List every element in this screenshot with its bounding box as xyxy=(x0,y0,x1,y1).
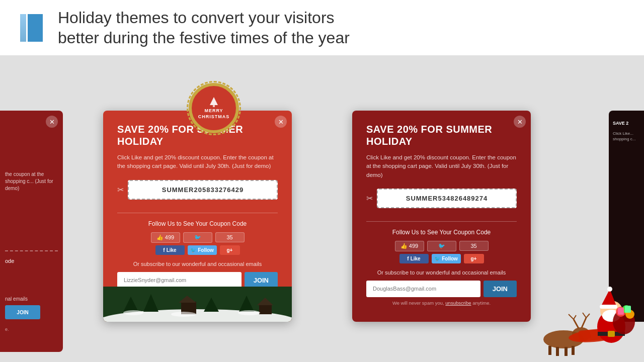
svg-rect-10 xyxy=(259,304,272,314)
r-fb-count: 👍 499 xyxy=(395,241,424,251)
popup-right-desc: Click Like and get 20% discount coupon. … xyxy=(366,153,517,179)
badge-text-merry: MERRY CHRISTMAS xyxy=(198,108,230,120)
svg-line-26 xyxy=(586,314,590,318)
badge-line1: MERRY xyxy=(198,108,230,114)
svg-point-14 xyxy=(238,310,260,315)
gp-count: 35 xyxy=(215,232,245,242)
thumb-icon: 👍 xyxy=(156,234,164,241)
twitter-follow-button[interactable]: 🐦 Follow xyxy=(188,245,217,255)
popup-far-right-content: SAVE 2 Click Like... shopping c... xyxy=(609,111,644,152)
popup-right-coupon-code[interactable]: SUMMER534826489274 xyxy=(377,189,517,208)
xmas-badge-inner: MERRY CHRISTMAS xyxy=(189,83,239,133)
xmas-scene-center xyxy=(103,287,292,322)
svg-rect-1 xyxy=(213,105,215,107)
fb-count-value: 499 xyxy=(165,234,174,240)
partial-join-button[interactable]: JOIN xyxy=(5,305,40,319)
fb-icon: f xyxy=(163,247,165,253)
r-facebook-like-button[interactable]: f Like xyxy=(399,254,429,263)
svg-rect-17 xyxy=(548,346,551,355)
popup-right-title: SAVE 20% FOR SUMMER HOLIDAY xyxy=(366,123,517,147)
svg-line-23 xyxy=(574,315,576,319)
popup-center-social-counts: 👍 499 🐦 35 xyxy=(117,232,278,243)
popup-center-join-button[interactable]: JOIN xyxy=(245,272,278,289)
santa-decoration xyxy=(533,261,644,362)
svg-rect-19 xyxy=(565,347,568,356)
badge-line2: CHRISTMAS xyxy=(198,114,230,120)
santa-svg xyxy=(533,261,644,362)
fb-count: 👍 499 xyxy=(151,232,180,243)
r-twitter-follow-button[interactable]: 🐦 Follow xyxy=(432,254,461,263)
popup-center-divider xyxy=(117,213,278,213)
r-fb-icon: f xyxy=(407,256,409,261)
scissors-icon-right: ✂ xyxy=(366,194,373,203)
main-content: MERRY CHRISTMAS ✕ the coupon at the shop… xyxy=(0,55,644,362)
r-tw-count-box: 🐦 xyxy=(427,241,456,251)
popup-right-subscribe-label: Or subscribe to our wonderful and occasi… xyxy=(366,269,517,276)
partial-text: the coupon at the shopping c... (Just fo… xyxy=(5,171,58,192)
partial-divider xyxy=(5,250,58,251)
svg-rect-43 xyxy=(625,306,631,313)
r-thumb-icon: 👍 xyxy=(400,243,408,249)
popup-left-close-button[interactable]: ✕ xyxy=(46,116,58,128)
gp-label: g+ xyxy=(227,247,233,253)
gp-count-box: 35 xyxy=(215,232,245,243)
svg-rect-18 xyxy=(556,347,559,356)
popup-center: ✕ SAVE 20% FOR SUMMER HOLIDAY Click Like… xyxy=(103,111,292,322)
fb-count-box: 👍 499 xyxy=(151,232,180,243)
svg-point-12 xyxy=(123,310,143,315)
popup-right-divider xyxy=(366,221,517,222)
popup-center-social-buttons: f Like 🐦 Follow g+ xyxy=(117,245,278,255)
tw-follow-label: Follow xyxy=(198,247,214,253)
logo xyxy=(20,14,48,42)
r-gp-label: g+ xyxy=(471,256,477,261)
xmas-tree-icon xyxy=(208,96,220,108)
popup-far-right-title: SAVE 2 xyxy=(613,121,640,126)
r-gp-count-box: 35 xyxy=(459,241,489,251)
popup-right-close-button[interactable]: ✕ xyxy=(514,116,526,128)
twitter-icon: 🐦 xyxy=(190,247,196,253)
svg-rect-37 xyxy=(608,331,615,337)
partial-text-content: the coupon at the shopping c... (Just fo… xyxy=(5,171,53,191)
svg-line-25 xyxy=(583,313,586,318)
google-plus-button[interactable]: g+ xyxy=(220,245,240,255)
facebook-like-button[interactable]: f Like xyxy=(155,245,185,255)
partial-code-label: ode xyxy=(5,258,14,264)
popup-center-email-input[interactable] xyxy=(117,272,242,289)
r-fb-count-value: 499 xyxy=(409,243,418,249)
header: Holiday themes to convert your visitors … xyxy=(0,0,644,55)
popup-left-partial: ✕ the coupon at the shopping c... (Just … xyxy=(0,111,63,352)
partial-spam-text: e. xyxy=(5,327,9,332)
r-bird-icon: 🐦 xyxy=(438,243,445,249)
svg-marker-32 xyxy=(601,289,616,306)
xmas-badge: MERRY CHRISTMAS xyxy=(186,80,242,136)
title-line1: Holiday themes to convert your visitors xyxy=(58,9,335,27)
fb-like-label: Like xyxy=(167,247,177,253)
tw-count-box: 🐦 xyxy=(183,232,212,243)
popup-right: ✕ SAVE 20% FOR SUMMER HOLIDAY Click Like… xyxy=(352,111,531,322)
r-fb-count-box: 👍 499 xyxy=(395,241,424,251)
popup-right-content: SAVE 20% FOR SUMMER HOLIDAY Click Like a… xyxy=(352,111,531,322)
popup-center-desc: Click Like and get 20% discount coupon. … xyxy=(117,153,278,171)
popup-center-coupon-code[interactable]: SUMMER205833276429 xyxy=(128,180,278,200)
svg-line-21 xyxy=(574,319,579,328)
popup-center-email-row: JOIN xyxy=(117,272,278,289)
gp-count-value: 35 xyxy=(226,234,232,240)
popup-center-close-button[interactable]: ✕ xyxy=(275,116,287,128)
r-spam-text: We will never spam you, xyxy=(392,300,444,306)
partial-subscribe-text: nal emails xyxy=(5,296,58,302)
r-fb-like-label: Like xyxy=(411,256,421,261)
popup-right-email-input[interactable] xyxy=(366,281,480,297)
scissors-icon: ✂ xyxy=(117,185,124,195)
xmas-scene-svg xyxy=(103,287,292,322)
svg-rect-42 xyxy=(618,308,624,315)
header-title-text: Holiday themes to convert your visitors … xyxy=(58,8,350,48)
r-google-plus-button[interactable]: g+ xyxy=(464,254,484,263)
popup-right-social-buttons: f Like 🐦 Follow g+ xyxy=(366,254,517,263)
popup-right-email-row: JOIN xyxy=(366,281,517,297)
logo-bar-left xyxy=(20,14,26,42)
logo-bar-right xyxy=(28,14,43,42)
popup-right-join-button[interactable]: JOIN xyxy=(484,281,517,297)
popup-right-subscribe: Or subscribe to our wonderful and occasi… xyxy=(366,269,517,306)
svg-line-24 xyxy=(582,318,586,328)
r-unsubscribe-link[interactable]: unsubscribe xyxy=(445,300,471,306)
